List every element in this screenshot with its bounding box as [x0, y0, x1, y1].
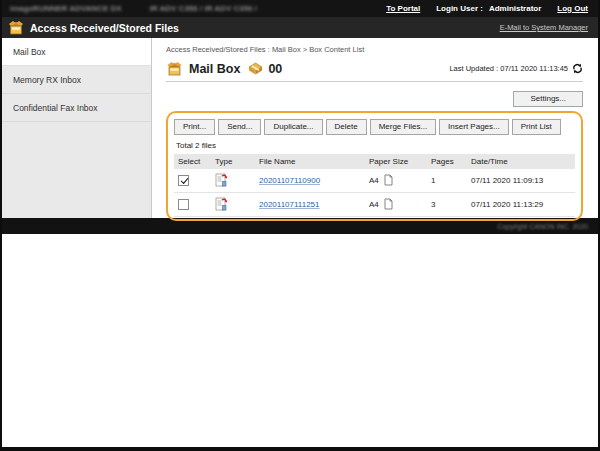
settings-row: Settings...: [166, 87, 583, 107]
send-button[interactable]: Send...: [218, 119, 261, 135]
mail-box-icon: [166, 61, 183, 76]
copyright-text: Copyright CANON INC. 2020: [497, 223, 588, 230]
sidebar-item-mail-box[interactable]: Mail Box: [2, 38, 151, 66]
pages-value: 3: [427, 192, 467, 216]
sidebar-item-memory-rx-inbox[interactable]: Memory RX Inbox: [2, 66, 151, 94]
print-list-button[interactable]: Print List: [512, 119, 561, 135]
datetime-value: 07/11 2020 11:09:13: [467, 169, 575, 193]
col-header-type: Type: [211, 154, 255, 169]
file-select-checkbox[interactable]: [178, 175, 189, 186]
col-header-datetime: Date/Time: [467, 154, 575, 169]
box-number-icon: [248, 62, 263, 75]
file-operations-panel: Print... Send... Duplicate... Delete Mer…: [166, 111, 583, 221]
last-updated-text: Last Updated : 07/11 2020 11:13:45: [449, 64, 568, 73]
document-type-icon: [215, 196, 228, 211]
duplicate-button[interactable]: Duplicate...: [264, 119, 322, 135]
sidebar-item-label: Confidential Fax Inbox: [13, 103, 98, 113]
app-title: Access Received/Stored Files: [30, 22, 179, 34]
pages-value: 1: [427, 169, 467, 193]
sidebar-item-label: Memory RX Inbox: [13, 75, 81, 85]
merge-files-button[interactable]: Merge Files...: [370, 119, 436, 135]
page-title: Mail Box: [189, 62, 240, 76]
file-name-link[interactable]: 20201107111251: [259, 200, 320, 209]
total-files-label: Total 2 files: [176, 141, 575, 150]
box-number: 00: [268, 62, 282, 76]
back-to-top-icon[interactable]: [167, 225, 178, 233]
refresh-icon[interactable]: [572, 63, 583, 74]
file-table: Select Type File Name Paper Size Pages D…: [174, 154, 575, 217]
table-row: 20201107110900 A4: [174, 169, 575, 193]
table-row: 20201107111251 A4: [174, 192, 575, 216]
app-header: Access Received/Stored Files E-Mail to S…: [2, 17, 598, 38]
paper-icon: [384, 174, 393, 186]
last-updated: Last Updated : 07/11 2020 11:13:45: [449, 63, 583, 74]
table-header-row: Select Type File Name Paper Size Pages D…: [174, 154, 575, 169]
device-model-text: imageRUNNER ADVANCE DX: [10, 4, 122, 13]
file-toolbar: Print... Send... Duplicate... Delete Mer…: [174, 119, 575, 135]
breadcrumb: Access Received/Stored Files : Mail Box …: [166, 45, 583, 54]
sidebar-item-label: Mail Box: [13, 47, 46, 57]
log-out-link[interactable]: Log Out: [557, 4, 588, 13]
delete-button[interactable]: Delete: [326, 119, 367, 135]
top-bar: imageRUNNER ADVANCE DX iR ADV C356 / iR …: [2, 0, 598, 17]
sidebar: Mail Box Memory RX Inbox Confidential Fa…: [2, 38, 152, 218]
email-system-manager-link[interactable]: E-Mail to System Manager: [500, 23, 588, 32]
browser-window: imageRUNNER ADVANCE DX iR ADV C356 / iR …: [0, 0, 600, 451]
device-name-text: iR ADV C356 / iR ADV C356 /: [150, 4, 257, 13]
content-row: Mail Box Memory RX Inbox Confidential Fa…: [2, 38, 598, 218]
document-type-icon: [215, 172, 228, 187]
col-header-file-name: File Name: [255, 154, 365, 169]
col-header-pages: Pages: [427, 154, 467, 169]
col-header-paper-size: Paper Size: [365, 154, 427, 169]
file-name-link[interactable]: 20201107110900: [259, 176, 320, 185]
login-user-label: Login User :: [436, 4, 483, 13]
paper-icon: [384, 198, 393, 210]
file-select-checkbox[interactable]: [178, 199, 189, 210]
print-button[interactable]: Print...: [174, 119, 215, 135]
to-portal-link[interactable]: To Portal: [386, 4, 420, 13]
login-user-name: Administrator: [489, 4, 541, 13]
main-content: Access Received/Stored Files : Mail Box …: [152, 38, 598, 218]
datetime-value: 07/11 2020 11:13:29: [467, 192, 575, 216]
login-user: Login User : Administrator: [436, 4, 541, 13]
empty-page-area: [2, 234, 598, 447]
page-title-row: Mail Box 00 Last Updated : 07/11 2020 11…: [166, 61, 583, 82]
col-header-select: Select: [174, 154, 211, 169]
storage-box-icon: [8, 20, 24, 35]
sidebar-item-confidential-fax-inbox[interactable]: Confidential Fax Inbox: [2, 94, 151, 122]
paper-size-value: A4: [369, 176, 379, 185]
remote-ui-page: imageRUNNER ADVANCE DX iR ADV C356 / iR …: [2, 0, 598, 447]
top-bar-links: To Portal Login User : Administrator Log…: [386, 4, 588, 13]
insert-pages-button[interactable]: Insert Pages...: [439, 119, 509, 135]
settings-button[interactable]: Settings...: [513, 91, 583, 107]
paper-size-value: A4: [369, 200, 379, 209]
